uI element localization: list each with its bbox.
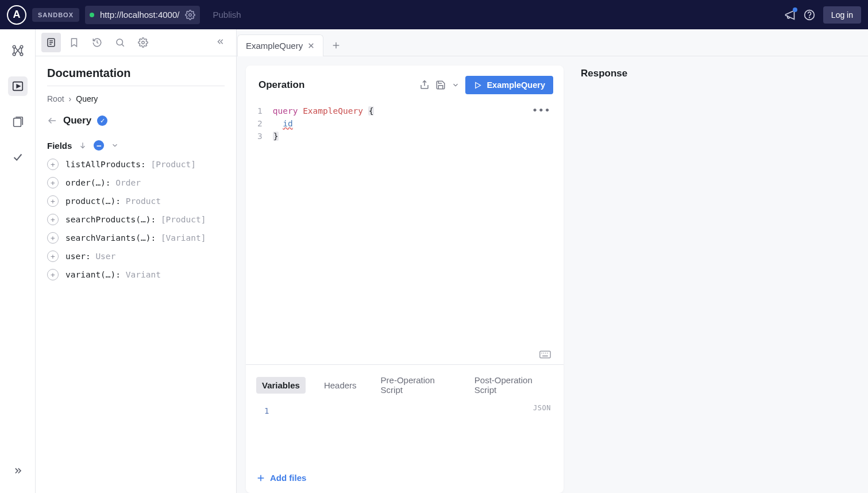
add-field-icon[interactable]: +: [47, 214, 59, 225]
svg-point-0: [189, 13, 192, 16]
breadcrumb: Root › Query: [47, 94, 225, 103]
field-row[interactable]: +searchVariants(…): [Variant]: [47, 232, 225, 244]
status-dot-icon: [90, 13, 94, 17]
code-editor[interactable]: 123 query ExampleQuery { id } •••: [246, 102, 564, 364]
url-box[interactable]: http://localhost:4000/: [85, 6, 200, 24]
sort-icon[interactable]: [79, 141, 87, 149]
save-icon[interactable]: [435, 80, 446, 90]
field-row[interactable]: +searchProducts(…): [Product]: [47, 214, 225, 225]
add-files-button[interactable]: Add files: [256, 473, 553, 483]
check-badge-icon: ✓: [97, 115, 107, 126]
close-icon[interactable]: [307, 42, 315, 49]
collapse-panel-icon[interactable]: [211, 33, 230, 52]
divider: [47, 86, 225, 86]
field-name: searchProducts(…):: [65, 215, 156, 224]
collapse-all-icon[interactable]: −: [94, 140, 104, 151]
field-row[interactable]: +variant(…): Variant: [47, 269, 225, 280]
svg-rect-9: [13, 118, 21, 127]
field-name: user:: [65, 252, 91, 261]
field-name: searchVariants(…):: [65, 233, 156, 242]
help-icon[interactable]: [804, 9, 815, 21]
tab-example-query[interactable]: ExampleQuery: [237, 34, 323, 56]
chevron-down-icon[interactable]: [111, 141, 119, 149]
vars-tab[interactable]: Headers: [318, 377, 362, 394]
add-field-icon[interactable]: +: [47, 251, 59, 262]
subgraph-icon[interactable]: [8, 112, 28, 132]
run-button[interactable]: ExampleQuery: [465, 76, 553, 94]
share-icon[interactable]: [419, 80, 430, 90]
announcements-icon[interactable]: [784, 9, 796, 21]
vars-tab[interactable]: Post-Operation Script: [469, 372, 553, 398]
add-field-icon[interactable]: +: [47, 269, 59, 280]
explorer-icon[interactable]: [8, 76, 28, 96]
svg-point-2: [809, 17, 809, 17]
add-files-label: Add files: [270, 473, 306, 483]
gear-icon[interactable]: [185, 10, 195, 20]
doc-tab-icon[interactable]: [41, 33, 61, 52]
apollo-logo: A: [7, 5, 26, 25]
field-type: [Variant]: [161, 233, 206, 242]
breadcrumb-root[interactable]: Root: [47, 94, 64, 103]
vars-line-number: 1: [256, 404, 553, 415]
field-row[interactable]: +user: User: [47, 251, 225, 262]
line-gutter: 123: [257, 105, 273, 362]
field-name: variant(…):: [65, 270, 121, 279]
field-type: Variant: [126, 270, 161, 279]
bookmark-icon[interactable]: [64, 33, 84, 52]
doc-toolbar: [36, 29, 236, 56]
response-title: Response: [581, 68, 857, 79]
field-name: listAllProducts:: [65, 160, 146, 169]
keyboard-icon[interactable]: [539, 351, 551, 359]
type-name: Query: [63, 115, 91, 126]
field-name: product(…):: [65, 197, 121, 206]
operation-title: Operation: [259, 79, 414, 91]
publish-button: Publish: [206, 6, 248, 23]
add-field-icon[interactable]: +: [47, 195, 59, 207]
field-row[interactable]: +order(…): Order: [47, 177, 225, 188]
vars-tab[interactable]: Variables: [256, 377, 306, 394]
field-row[interactable]: +listAllProducts: [Product]: [47, 159, 225, 170]
fields-label: Fields: [47, 141, 72, 151]
field-type: [Product]: [151, 160, 196, 169]
svg-point-16: [142, 41, 145, 44]
back-arrow-icon[interactable]: [47, 115, 57, 126]
code-content: query ExampleQuery { id }: [273, 105, 375, 362]
field-type: [Product]: [161, 215, 206, 224]
field-type: Order: [115, 178, 141, 187]
documentation-panel: Documentation Root › Query Query ✓ Field…: [36, 29, 237, 493]
svg-rect-25: [540, 351, 550, 358]
login-button[interactable]: Log in: [823, 6, 861, 24]
expand-rail-icon[interactable]: [8, 462, 28, 482]
tab-bar: ExampleQuery: [237, 29, 868, 56]
operation-column: Operation ExampleQuery: [246, 66, 564, 493]
run-label: ExampleQuery: [487, 80, 545, 90]
add-field-icon[interactable]: +: [47, 159, 59, 170]
checks-icon[interactable]: [8, 148, 28, 167]
schema-icon[interactable]: [8, 41, 28, 60]
add-field-icon[interactable]: +: [47, 232, 59, 244]
dropdown-icon[interactable]: [452, 81, 460, 89]
notification-dot-icon: [793, 7, 797, 12]
breadcrumb-current: Query: [76, 94, 98, 103]
variables-panel: VariablesHeadersPre-Operation ScriptPost…: [246, 364, 564, 493]
svg-marker-24: [476, 82, 481, 88]
variables-editor[interactable]: JSON 1: [256, 404, 553, 461]
settings-icon[interactable]: [133, 33, 153, 52]
add-tab-button[interactable]: [323, 35, 349, 56]
top-bar: A SANDBOX http://localhost:4000/ Publish…: [0, 0, 868, 29]
chevron-right-icon: ›: [69, 94, 72, 103]
add-field-icon[interactable]: +: [47, 177, 59, 188]
svg-marker-8: [17, 84, 20, 88]
history-icon[interactable]: [87, 33, 107, 52]
doc-title: Documentation: [47, 67, 225, 80]
json-label: JSON: [533, 404, 551, 412]
field-row[interactable]: +product(…): Product: [47, 195, 225, 207]
field-name: order(…):: [65, 178, 111, 187]
response-column: Response: [581, 66, 857, 493]
sandbox-badge: SANDBOX: [32, 8, 79, 22]
vars-tab[interactable]: Pre-Operation Script: [375, 372, 456, 398]
search-icon[interactable]: [110, 33, 130, 52]
tab-label: ExampleQuery: [246, 41, 303, 51]
svg-line-15: [122, 44, 124, 46]
more-icon[interactable]: •••: [533, 106, 551, 115]
